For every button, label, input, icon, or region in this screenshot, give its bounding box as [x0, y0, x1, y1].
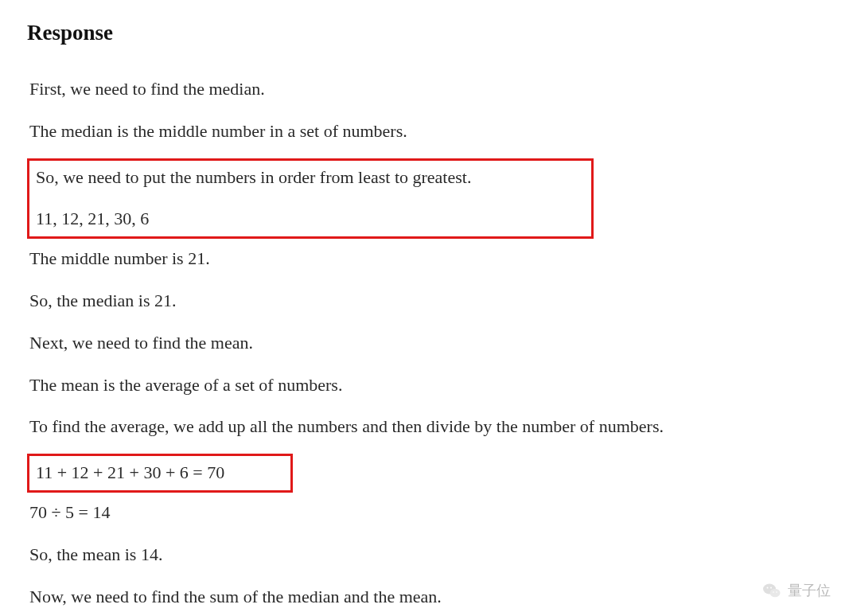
body-line-4: 11, 12, 21, 30, 6 — [29, 202, 591, 236]
body-line-5: The middle number is 21. — [27, 242, 826, 276]
response-heading: Response — [27, 21, 826, 45]
svg-point-5 — [776, 591, 777, 593]
body-line-8: The mean is the average of a set of numb… — [27, 368, 826, 403]
body-line-10: 11 + 12 + 21 + 30 + 6 = 70 — [29, 456, 290, 490]
watermark-text: 量子位 — [788, 581, 831, 600]
body-line-1: First, we need to find the median. — [27, 72, 826, 107]
body-line-11: 70 ÷ 5 = 14 — [27, 496, 826, 530]
svg-point-3 — [770, 587, 772, 589]
watermark: 量子位 — [762, 581, 831, 600]
wechat-icon — [762, 581, 781, 600]
body-line-3: So, we need to put the numbers in order … — [29, 161, 591, 195]
highlight-box-2: 11 + 12 + 21 + 30 + 6 = 70 — [27, 454, 293, 493]
highlight-box-1: So, we need to put the numbers in order … — [27, 158, 594, 240]
body-line-13: Now, we need to find the sum of the medi… — [27, 580, 826, 614]
svg-point-1 — [770, 589, 781, 597]
body-line-2: The median is the middle number in a set… — [27, 115, 826, 149]
body-line-6: So, the median is 21. — [27, 284, 826, 318]
body-line-7: Next, we need to find the mean. — [27, 326, 826, 361]
body-line-9: To find the average, we add up all the n… — [27, 410, 826, 444]
body-line-12: So, the mean is 14. — [27, 538, 826, 572]
svg-point-4 — [773, 591, 774, 593]
svg-point-2 — [767, 587, 769, 589]
